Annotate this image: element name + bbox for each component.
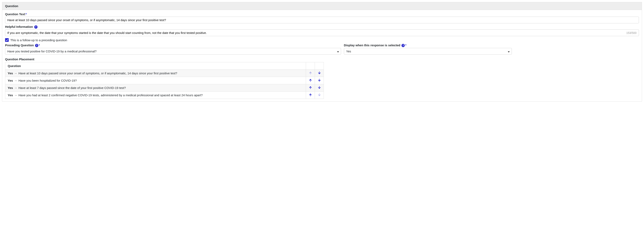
helpful-info-label-text: Helpful Information <box>5 25 33 29</box>
placement-header-question: Question <box>5 62 306 70</box>
followup-config-row: Preceding Question ?* Have you tested po… <box>5 44 639 55</box>
move-down-cell <box>315 70 324 77</box>
move-up-button[interactable] <box>309 86 312 89</box>
panel-body: Question Text* Helpful Information ? 153… <box>2 10 642 101</box>
table-row: Yes→Have at least 10 days passed since y… <box>5 70 324 77</box>
placement-question-text: Have at least 7 days passed since the da… <box>18 86 126 90</box>
move-down-button[interactable] <box>318 79 321 82</box>
move-down-cell <box>315 84 324 92</box>
placement-header-up <box>306 62 315 70</box>
placement-question-text: Have you been hospitalized for COVID-19? <box>18 79 77 82</box>
placement-question-cell: Yes→Have you had at least 2 confirmed ne… <box>5 92 306 99</box>
move-up-cell <box>306 77 315 84</box>
question-text-label-text: Question Text <box>5 12 25 16</box>
display-when-select-wrap: Yes <box>344 48 512 55</box>
required-mark: * <box>405 44 406 47</box>
move-up-cell <box>306 70 315 77</box>
helpful-info-input-wrap: 153/500 <box>5 30 639 36</box>
table-row: Yes→Have you been hospitalized for COVID… <box>5 77 324 84</box>
placement-table: Question Yes→Have at least 10 days passe… <box>5 62 324 99</box>
placement-header-down <box>315 62 324 70</box>
move-down-cell <box>315 77 324 84</box>
helpful-info-group: Helpful Information ? 153/500 <box>5 25 639 36</box>
followup-checkbox-row: This is a follow-up to a preceding quest… <box>5 38 639 42</box>
placement-answer: Yes <box>8 93 13 97</box>
preceding-question-group: Preceding Question ?* Have you tested po… <box>5 44 341 55</box>
help-icon[interactable]: ? <box>34 25 38 29</box>
followup-checkbox[interactable] <box>5 38 9 42</box>
display-when-group: Display when this response is selected ?… <box>344 44 512 55</box>
help-icon[interactable]: ? <box>402 44 405 47</box>
move-up-cell <box>306 92 315 99</box>
placement-answer: Yes <box>8 79 13 82</box>
followup-checkbox-label: This is a follow-up to a preceding quest… <box>10 38 67 42</box>
placement-question-text: Have at least 10 days passed since your … <box>18 72 177 75</box>
preceding-question-label-text: Preceding Question <box>5 44 34 47</box>
question-text-label: Question Text* <box>5 12 639 16</box>
preceding-question-label: Preceding Question ?* <box>5 44 341 47</box>
placement-answer: Yes <box>8 72 13 75</box>
question-text-input[interactable] <box>5 17 639 23</box>
question-panel: Question Question Text* Helpful Informat… <box>2 2 642 102</box>
checkmark-icon <box>6 39 8 42</box>
display-when-label: Display when this response is selected ?… <box>344 44 512 47</box>
move-up-button <box>309 72 312 74</box>
display-when-select[interactable]: Yes <box>344 48 512 55</box>
required-mark: * <box>39 44 40 47</box>
required-mark: * <box>26 12 27 16</box>
move-up-cell <box>306 84 315 92</box>
placement-question-cell: Yes→Have at least 7 days passed since th… <box>5 84 306 92</box>
arrow-right-icon: → <box>14 72 17 75</box>
panel-title: Question <box>2 2 642 10</box>
display-when-label-text: Display when this response is selected <box>344 44 400 47</box>
question-placement-section: Question Placement Question Yes→Have at … <box>5 58 639 99</box>
move-down-button <box>318 93 321 96</box>
move-down-button[interactable] <box>318 72 321 74</box>
placement-question-text: Have you had at least 2 confirmed negati… <box>18 93 203 97</box>
placement-question-cell: Yes→Have at least 10 days passed since y… <box>5 70 306 77</box>
placement-question-cell: Yes→Have you been hospitalized for COVID… <box>5 77 306 84</box>
helpful-info-label: Helpful Information ? <box>5 25 639 29</box>
question-text-group: Question Text* <box>5 12 639 23</box>
move-up-button[interactable] <box>309 93 312 96</box>
arrow-right-icon: → <box>14 79 17 82</box>
move-up-button[interactable] <box>309 79 312 82</box>
move-down-cell <box>315 92 324 99</box>
table-row: Yes→Have at least 7 days passed since th… <box>5 84 324 92</box>
table-row: Yes→Have you had at least 2 confirmed ne… <box>5 92 324 99</box>
placement-answer: Yes <box>8 86 13 90</box>
helpful-info-input[interactable] <box>5 30 639 36</box>
preceding-question-select[interactable]: Have you tested positive for COVID-19 by… <box>5 48 341 55</box>
arrow-right-icon: → <box>14 93 17 97</box>
help-icon[interactable]: ? <box>35 44 38 47</box>
preceding-question-select-wrap: Have you tested positive for COVID-19 by… <box>5 48 341 55</box>
question-placement-label: Question Placement <box>5 58 639 61</box>
arrow-right-icon: → <box>14 86 17 90</box>
move-down-button[interactable] <box>318 86 321 89</box>
